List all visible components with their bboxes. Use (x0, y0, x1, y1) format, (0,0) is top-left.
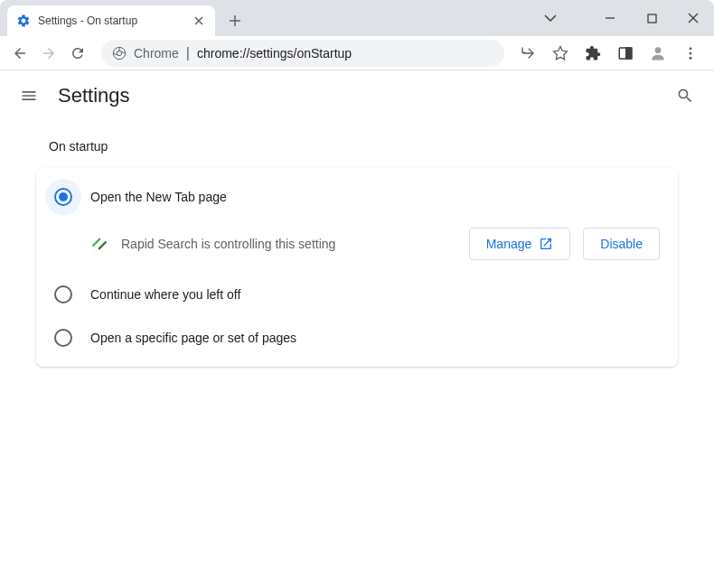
radio-button[interactable] (54, 285, 72, 303)
svg-rect-0 (648, 14, 656, 23)
search-button[interactable] (674, 85, 696, 107)
section-title: On startup (49, 139, 678, 154)
launch-icon (539, 237, 553, 251)
maximize-button[interactable] (631, 4, 672, 33)
extensions-button[interactable] (580, 41, 606, 66)
chrome-icon (112, 46, 127, 61)
share-button[interactable] (515, 41, 540, 66)
browser-toolbar: Chrome | chrome://settings/onStartup (0, 36, 714, 70)
page-title: Settings (58, 84, 130, 107)
bookmark-button[interactable] (548, 41, 573, 66)
svg-point-5 (655, 47, 662, 53)
url-scheme: Chrome (134, 46, 179, 61)
manage-button[interactable]: Manage (469, 228, 571, 260)
option-specific-page[interactable]: Open a specific page or set of pages (36, 316, 678, 359)
radio-button[interactable] (54, 188, 72, 206)
svg-point-6 (690, 47, 692, 50)
reload-button[interactable] (65, 41, 90, 66)
settings-header: Settings (0, 70, 714, 121)
hamburger-menu-button[interactable] (18, 85, 40, 107)
window-titlebar: Settings - On startup (0, 0, 714, 36)
profile-avatar[interactable] (645, 41, 671, 66)
option-label: Continue where you left off (90, 287, 240, 302)
close-window-button[interactable] (672, 4, 714, 33)
radio-button[interactable] (54, 329, 72, 347)
new-tab-button[interactable] (222, 8, 248, 33)
address-bar[interactable]: Chrome | chrome://settings/onStartup (101, 40, 504, 67)
option-new-tab[interactable]: Open the New Tab page (36, 175, 678, 219)
window-controls (530, 0, 714, 36)
extension-icon (90, 235, 108, 253)
svg-point-2 (117, 51, 121, 55)
toolbar-actions (515, 41, 707, 66)
tabs-dropdown-button[interactable] (530, 4, 571, 33)
minimize-button[interactable] (589, 4, 631, 33)
close-icon[interactable] (192, 14, 206, 28)
url-path: chrome://settings/onStartup (197, 46, 352, 61)
browser-tab[interactable]: Settings - On startup (7, 5, 215, 36)
startup-card: Open the New Tab page Rapid Search is co… (36, 168, 678, 367)
main-content: On startup Open the New Tab page Rapid S… (0, 121, 714, 385)
gear-icon (16, 14, 31, 28)
menu-button[interactable] (678, 41, 703, 66)
option-label: Open a specific page or set of pages (90, 331, 296, 345)
forward-button[interactable] (36, 41, 61, 66)
svg-rect-4 (626, 48, 632, 59)
svg-point-8 (690, 56, 692, 59)
option-continue[interactable]: Continue where you left off (36, 273, 678, 316)
svg-point-7 (690, 51, 692, 54)
tab-title: Settings - On startup (38, 14, 192, 27)
option-label: Open the New Tab page (90, 190, 227, 204)
extension-controlled-notice: Rapid Search is controlling this setting… (36, 219, 678, 273)
controlled-text: Rapid Search is controlling this setting (121, 237, 456, 251)
side-panel-button[interactable] (613, 41, 638, 66)
back-button[interactable] (7, 41, 33, 66)
disable-button[interactable]: Disable (583, 228, 660, 260)
